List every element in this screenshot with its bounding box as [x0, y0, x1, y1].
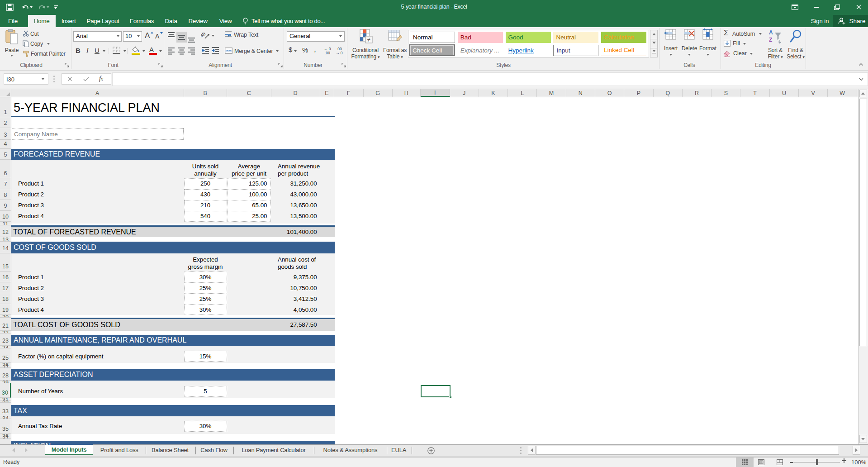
svg-text:A: A	[769, 29, 773, 36]
svg-text:ab: ab	[201, 31, 206, 38]
svg-text:≠: ≠	[367, 37, 370, 43]
svg-text:Z: Z	[769, 37, 772, 43]
svg-text:.00: .00	[325, 51, 330, 55]
